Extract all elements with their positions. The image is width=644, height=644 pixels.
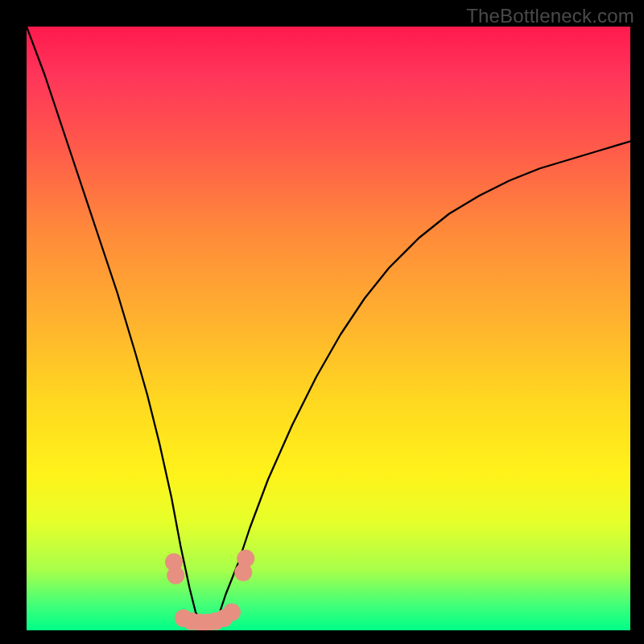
bottleneck-curve [27, 27, 630, 627]
bottleneck-curve-path [27, 27, 630, 627]
watermark-label: TheBottleneck.com [466, 5, 634, 27]
chart-svg [27, 27, 630, 630]
valley-dot [237, 550, 254, 568]
plot-area [27, 27, 630, 630]
valley-dot [223, 604, 241, 621]
chart-frame: TheBottleneck.com [0, 0, 644, 644]
valley-dots [165, 550, 254, 630]
valley-dot [167, 567, 184, 584]
